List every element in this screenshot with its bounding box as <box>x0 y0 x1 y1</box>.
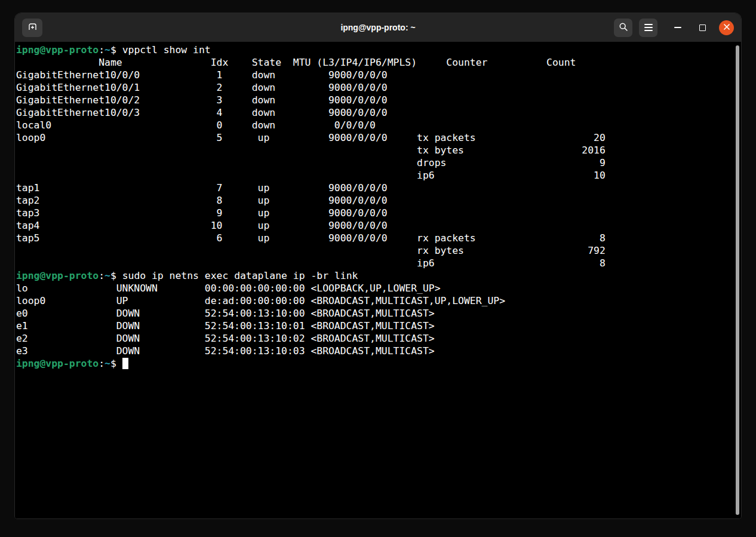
terminal-text: e0 DOWN 52:54:00:13:10:00 <BROADCAST,MUL… <box>16 308 435 319</box>
maximize-button[interactable] <box>695 20 709 35</box>
search-button[interactable] <box>614 19 632 37</box>
terminal-text: GigabitEthernet10/0/0 1 down 9000/0/0/0 <box>16 69 388 81</box>
terminal-text: e3 DOWN 52:54:00:13:10:03 <BROADCAST,MUL… <box>16 345 435 357</box>
maximize-icon <box>699 24 706 31</box>
minimize-button[interactable] <box>671 20 685 35</box>
prompt-user-host: ipng@vpp-proto <box>16 44 99 56</box>
close-button[interactable] <box>719 20 734 35</box>
terminal-line: ipng@vpp-proto:~$ <box>16 357 741 370</box>
terminal-line: tx bytes 2016 <box>16 144 741 157</box>
titlebar-controls <box>614 19 734 37</box>
minimize-icon <box>674 27 681 28</box>
terminal-text: $ <box>110 358 122 369</box>
terminal-line: lo UNKNOWN 00:00:00:00:00:00 <LOOPBACK,U… <box>16 282 741 294</box>
terminal-line: drops 9 <box>16 157 741 169</box>
terminal-text: : <box>99 358 105 369</box>
scrollbar-thumb[interactable] <box>736 45 739 515</box>
new-tab-button[interactable] <box>22 19 42 37</box>
terminal-line: loop0 UP de:ad:00:00:00:00 <BROADCAST,MU… <box>16 294 741 307</box>
terminal-text: GigabitEthernet10/0/2 3 down 9000/0/0/0 <box>16 94 388 106</box>
terminal-text: tx bytes 2016 <box>16 145 606 156</box>
terminal-line: local0 0 down 0/0/0/0 <box>16 119 741 131</box>
terminal-text: ip6 8 <box>16 257 606 269</box>
prompt-path: ~ <box>105 358 110 369</box>
search-icon <box>619 22 628 33</box>
terminal-line: ip6 8 <box>16 257 741 269</box>
prompt-user-host: ipng@vpp-proto <box>16 358 99 369</box>
terminal-line: e3 DOWN 52:54:00:13:10:03 <BROADCAST,MUL… <box>16 345 741 357</box>
terminal-text: GigabitEthernet10/0/1 2 down 9000/0/0/0 <box>16 82 388 93</box>
terminal-line: e2 DOWN 52:54:00:13:10:02 <BROADCAST,MUL… <box>16 332 741 345</box>
terminal-line: GigabitEthernet10/0/3 4 down 9000/0/0/0 <box>16 106 741 119</box>
terminal-text: ip6 10 <box>16 170 606 181</box>
terminal-line: rx bytes 792 <box>16 244 741 257</box>
terminal-line: e1 DOWN 52:54:00:13:10:01 <BROADCAST,MUL… <box>16 320 741 332</box>
prompt-user-host: ipng@vpp-proto <box>16 270 99 281</box>
close-icon <box>723 23 730 32</box>
terminal-text: tap5 6 up 9000/0/0/0 rx packets 8 <box>16 232 606 244</box>
terminal-line: ip6 10 <box>16 169 741 182</box>
terminal-text: loop0 5 up 9000/0/0/0 tx packets 20 <box>16 132 606 143</box>
terminal-line: ipng@vpp-proto:~$ vppctl show int <box>16 44 741 56</box>
new-tab-icon <box>27 22 38 33</box>
terminal-text: $ vppctl show int <box>110 44 211 56</box>
terminal-cursor <box>122 358 128 369</box>
prompt-path: ~ <box>105 270 110 281</box>
terminal-text: tap1 7 up 9000/0/0/0 <box>16 182 388 194</box>
terminal-line: e0 DOWN 52:54:00:13:10:00 <BROADCAST,MUL… <box>16 307 741 320</box>
terminal-text: : <box>99 44 105 56</box>
terminal-line: tap5 6 up 9000/0/0/0 rx packets 8 <box>16 232 741 244</box>
prompt-path: ~ <box>105 44 110 56</box>
terminal-text: Name Idx State MTU (L3/IP4/IP6/MPLS) Cou… <box>16 57 576 68</box>
terminal-text: lo UNKNOWN 00:00:00:00:00:00 <LOOPBACK,U… <box>16 283 441 294</box>
terminal-output[interactable]: ipng@vpp-proto:~$ vppctl show int Name I… <box>15 42 741 518</box>
terminal-line: GigabitEthernet10/0/2 3 down 9000/0/0/0 <box>16 94 741 106</box>
terminal-text: $ sudo ip netns exec dataplane ip -br li… <box>110 270 358 281</box>
terminal-text: e2 DOWN 52:54:00:13:10:02 <BROADCAST,MUL… <box>16 333 435 344</box>
terminal-line: loop0 5 up 9000/0/0/0 tx packets 20 <box>16 131 741 144</box>
terminal-text: e1 DOWN 52:54:00:13:10:01 <BROADCAST,MUL… <box>16 320 435 332</box>
terminal-line: Name Idx State MTU (L3/IP4/IP6/MPLS) Cou… <box>16 56 741 69</box>
titlebar[interactable]: ipng@vpp-proto: ~ <box>15 13 741 42</box>
terminal-text: local0 0 down 0/0/0/0 <box>16 119 376 131</box>
terminal-line: GigabitEthernet10/0/0 1 down 9000/0/0/0 <box>16 69 741 81</box>
menu-button[interactable] <box>639 19 657 37</box>
terminal-text: : <box>99 270 105 281</box>
terminal-line: tap4 10 up 9000/0/0/0 <box>16 219 741 232</box>
terminal-window: ipng@vpp-proto: ~ <box>15 13 741 518</box>
hamburger-menu-icon <box>644 22 653 33</box>
terminal-text: tap4 10 up 9000/0/0/0 <box>16 220 388 231</box>
terminal-text: GigabitEthernet10/0/3 4 down 9000/0/0/0 <box>16 107 388 118</box>
terminal-line: tap2 8 up 9000/0/0/0 <box>16 194 741 207</box>
terminal-line: tap1 7 up 9000/0/0/0 <box>16 182 741 194</box>
terminal-line: tap3 9 up 9000/0/0/0 <box>16 207 741 219</box>
terminal-line: GigabitEthernet10/0/1 2 down 9000/0/0/0 <box>16 81 741 94</box>
terminal-text: rx bytes 792 <box>16 245 606 256</box>
terminal-line: ipng@vpp-proto:~$ sudo ip netns exec dat… <box>16 269 741 282</box>
terminal-text: tap2 8 up 9000/0/0/0 <box>16 195 388 206</box>
terminal-text: tap3 9 up 9000/0/0/0 <box>16 207 388 219</box>
terminal-text: drops 9 <box>16 157 606 168</box>
terminal-text: loop0 UP de:ad:00:00:00:00 <BROADCAST,MU… <box>16 295 505 306</box>
